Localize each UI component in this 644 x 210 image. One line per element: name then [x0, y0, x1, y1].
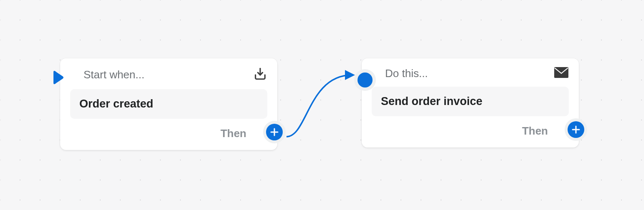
trigger-content[interactable]: Order created [70, 89, 267, 119]
trigger-content-label: Order created [79, 98, 153, 110]
import-icon [253, 67, 267, 82]
action-header-label: Do this... [372, 67, 428, 80]
trigger-then-label: Then [221, 127, 246, 140]
plus-icon [266, 124, 283, 140]
svg-rect-4 [554, 67, 568, 78]
add-step-button[interactable] [263, 121, 286, 143]
action-content-label: Send order invoice [381, 95, 482, 108]
input-marker-icon [354, 69, 376, 91]
action-card-header: Do this... [372, 67, 569, 80]
mail-icon [554, 67, 569, 80]
connector-arrow [279, 65, 363, 144]
trigger-header-label: Start when... [70, 68, 145, 81]
action-content[interactable]: Send order invoice [372, 87, 569, 116]
plus-icon [568, 121, 584, 138]
action-card-footer: Then [372, 125, 569, 138]
action-then-label: Then [522, 125, 548, 138]
trigger-card-footer: Then [70, 127, 267, 140]
trigger-card-header: Start when... [70, 67, 267, 82]
trigger-card[interactable]: Start when... Order created Then [60, 58, 277, 150]
add-step-button[interactable] [565, 118, 587, 141]
action-card[interactable]: Do this... Send order invoice Then [362, 58, 579, 148]
